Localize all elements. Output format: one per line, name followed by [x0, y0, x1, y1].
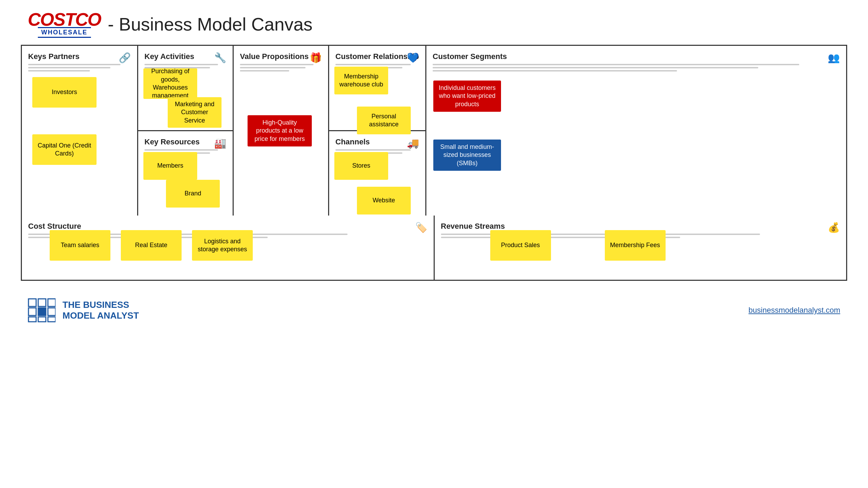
line [433, 67, 758, 68]
key-resources-icon: 🏭 [214, 137, 226, 149]
key-activities-icon: 🔧 [214, 52, 226, 64]
sticky-membership-club: Membership warehouse club [334, 67, 388, 94]
channels-title: Channels [335, 137, 419, 146]
keys-partners-icon: 🔗 [119, 52, 131, 64]
revenue-streams-title: Revenue Streams [441, 222, 840, 231]
line [240, 70, 289, 71]
sticky-product-sales: Product Sales [490, 230, 551, 261]
keys-partners-section: Keys Partners 🔗 Investors Capital One (C… [22, 46, 138, 216]
customer-relationship-icon: 💙 [407, 52, 419, 64]
svg-rect-2 [48, 299, 56, 306]
svg-rect-5 [48, 308, 56, 315]
svg-rect-0 [28, 299, 36, 306]
line [144, 149, 218, 151]
line [441, 234, 760, 235]
svg-rect-8 [48, 317, 56, 322]
sticky-investors: Investors [32, 77, 97, 108]
revenue-streams-section: Revenue Streams 💰 Product Sales Membersh… [435, 216, 846, 280]
channels-icon: 🚚 [407, 137, 419, 149]
sticky-individual-customers: Individual customers who want low-priced… [433, 81, 501, 112]
footer: THE BUSINESS MODEL ANALYST businessmodel… [0, 288, 868, 333]
sticky-purchasing: Purchasing of goods, Warehouses manageme… [143, 68, 197, 99]
customer-relationship-title: Customer Relationship [335, 52, 419, 61]
line [433, 64, 799, 65]
cs-lines [433, 64, 840, 71]
svg-rect-6 [28, 317, 36, 322]
customer-segments-section: Customer Segments 👥 Individual customers… [426, 46, 846, 216]
key-activities-top: Key Activities 🔧 Purchasing of goods, Wa… [138, 46, 233, 131]
cost-structure-icon: 🏷️ [415, 222, 427, 233]
value-propositions-icon: 🎁 [310, 52, 322, 64]
footer-brand-line1: THE BUSINESS [62, 300, 139, 310]
line [240, 67, 306, 68]
keys-partners-title: Keys Partners [28, 52, 131, 61]
canvas-top-row: Keys Partners 🔗 Investors Capital One (C… [22, 46, 846, 216]
sticky-logistics: Logistics and storage expenses [192, 230, 253, 261]
line [28, 67, 110, 68]
logo-wholesale-text: WHOLESALE [38, 27, 91, 38]
sticky-website: Website [357, 187, 411, 214]
customer-segments-title: Customer Segments [433, 52, 840, 61]
value-propositions-section: Value Propositions 🎁 High-Quality produc… [234, 46, 329, 216]
line [28, 64, 120, 65]
channels-section: Channels 🚚 Stores Website [329, 131, 425, 216]
sticky-team-salaries: Team salaries [50, 230, 110, 261]
footer-brand-line2: MODEL ANALYST [62, 310, 139, 321]
line [335, 149, 411, 151]
customer-relationship-section: Customer Relationship 💙 Membership wareh… [329, 46, 426, 216]
sticky-real-estate: Real Estate [121, 230, 182, 261]
svg-rect-7 [38, 317, 46, 322]
sticky-members: Members [143, 152, 197, 180]
key-activities-section: Key Activities 🔧 Purchasing of goods, Wa… [138, 46, 234, 216]
customer-segments-icon: 👥 [828, 52, 840, 64]
footer-brand-text: THE BUSINESS MODEL ANALYST [62, 300, 139, 321]
vp-lines [240, 64, 322, 71]
footer-url[interactable]: businessmodelanalyst.com [749, 306, 840, 315]
line [144, 64, 218, 65]
logo-costco-text: COSTCO [28, 10, 101, 28]
line [28, 70, 90, 71]
svg-rect-4 [38, 308, 46, 315]
line [335, 64, 411, 65]
line [433, 70, 677, 71]
header: COSTCO WHOLESALE - Business Model Canvas [0, 0, 868, 45]
footer-logo-icon [28, 298, 56, 322]
business-model-canvas: Keys Partners 🔗 Investors Capital One (C… [21, 45, 847, 281]
sticky-marketing: Marketing and Customer Service [168, 97, 222, 128]
line [240, 64, 314, 65]
customer-relationship-top: Customer Relationship 💙 Membership wareh… [329, 46, 425, 131]
revenue-streams-icon: 💰 [828, 222, 840, 233]
costco-logo: COSTCO WHOLESALE [28, 10, 101, 38]
footer-brand: THE BUSINESS MODEL ANALYST [28, 298, 139, 322]
sticky-personal-assistance: Personal assistance [357, 107, 411, 134]
cost-structure-title: Cost Structure [28, 222, 427, 231]
page-title: - Business Model Canvas [108, 14, 312, 35]
sticky-smb: Small and medium-sized businesses (SMBs) [433, 140, 501, 171]
key-resources-section: Key Resources 🏭 Members Brand [138, 131, 233, 216]
sticky-capital-one: Capital One (Credit Cards) [32, 134, 97, 165]
sticky-high-quality: High-Quality products at a low price for… [248, 115, 312, 146]
svg-rect-3 [28, 308, 36, 315]
sticky-stores: Stores [334, 152, 388, 180]
keys-partners-lines [28, 64, 131, 71]
cost-structure-section: Cost Structure 🏷️ Team salaries Real Est… [22, 216, 435, 280]
canvas-bottom-row: Cost Structure 🏷️ Team salaries Real Est… [22, 216, 846, 280]
sticky-membership-fees: Membership Fees [605, 230, 666, 261]
svg-rect-1 [38, 299, 46, 306]
sticky-brand: Brand [166, 180, 220, 208]
